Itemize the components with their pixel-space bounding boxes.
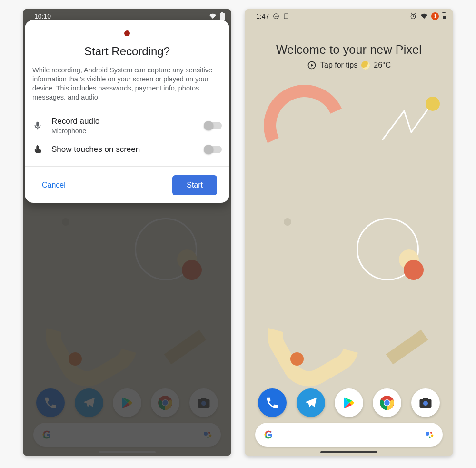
app-dock [245, 388, 453, 417]
assistant-icon[interactable] [424, 429, 435, 440]
option-title: Record audio [51, 117, 196, 126]
svg-rect-17 [443, 12, 445, 13]
toggle-show-touches[interactable] [205, 146, 222, 153]
notification-badge: 1 [431, 12, 439, 20]
nav-handle[interactable] [320, 451, 377, 453]
search-bar[interactable] [255, 423, 443, 447]
status-bar: 1:47 1 [245, 9, 453, 22]
tips-label: Tap for tips [320, 61, 357, 70]
app-play-store[interactable] [335, 388, 363, 417]
svg-point-27 [431, 435, 434, 437]
app-chrome[interactable] [373, 388, 401, 417]
cancel-button[interactable]: Cancel [37, 177, 70, 193]
option-subtitle: Microphone [51, 127, 196, 135]
svg-rect-14 [284, 14, 288, 19]
svg-point-25 [426, 432, 429, 436]
option-record-audio[interactable]: Record audio Microphone [32, 112, 222, 139]
wifi-icon [208, 13, 217, 20]
app-telegram[interactable] [297, 388, 325, 417]
welcome-headline: Welcome to your new Pixel [245, 43, 453, 57]
svg-point-23 [385, 400, 390, 405]
svg-point-24 [423, 401, 428, 406]
option-title: Show touches on screen [51, 145, 196, 154]
app-phone[interactable] [258, 388, 287, 417]
screen-record-dialog: Start Recording? While recording, Androi… [25, 20, 229, 203]
phone-screenshot-home: 1:47 1 Welcome to your new Pixel Tap for… [245, 9, 453, 456]
svg-point-28 [429, 436, 430, 438]
phone-screenshot-recording-dialog: 10:10 Start Recording? While recording, … [23, 9, 231, 456]
app-camera[interactable] [411, 388, 440, 417]
welcome-widget[interactable]: Welcome to your new Pixel Tap for tips 2… [245, 43, 453, 70]
dnd-icon [273, 13, 279, 20]
svg-rect-9 [220, 13, 225, 20]
alarm-icon [409, 12, 417, 20]
microphone-icon [32, 120, 43, 131]
touch-icon [32, 144, 43, 155]
weather-temp: 26°C [374, 61, 391, 70]
toggle-record-audio[interactable] [205, 122, 222, 129]
weather-icon [361, 61, 370, 70]
dialog-description: While recording, Android System can capt… [32, 66, 222, 102]
svg-rect-10 [221, 12, 223, 13]
status-bar: 10:10 [23, 9, 231, 22]
record-dot-icon [124, 30, 130, 36]
dialog-title: Start Recording? [32, 45, 222, 58]
screenshot-icon [283, 13, 289, 20]
status-time: 10:10 [34, 12, 51, 20]
svg-point-26 [430, 432, 432, 434]
svg-rect-13 [275, 16, 278, 16]
google-g-icon [263, 429, 274, 440]
svg-point-11 [37, 145, 38, 146]
option-show-touches[interactable]: Show touches on screen [32, 139, 222, 159]
play-tips-icon [307, 60, 317, 70]
wifi-icon [420, 13, 428, 20]
start-button[interactable]: Start [172, 175, 217, 195]
svg-rect-18 [443, 16, 446, 19]
battery-icon [220, 12, 225, 20]
status-time: 1:47 [256, 12, 269, 20]
battery-icon [442, 12, 446, 20]
